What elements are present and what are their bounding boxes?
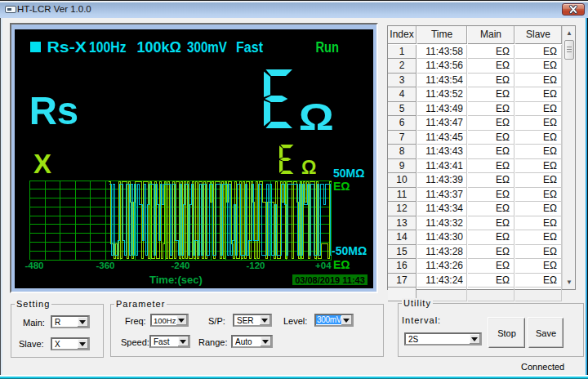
- svg-text:-240: -240: [171, 261, 189, 270]
- svg-text:-120: -120: [246, 261, 265, 270]
- svg-text:Time:(sec): Time:(sec): [149, 274, 203, 286]
- svg-text:Ω: Ω: [301, 157, 316, 178]
- svg-text:EΩ: EΩ: [333, 180, 350, 193]
- svg-text:100Hz: 100Hz: [89, 39, 127, 56]
- svg-text:Run: Run: [316, 39, 340, 56]
- svg-text:Ω: Ω: [299, 95, 334, 138]
- svg-text:100kΩ: 100kΩ: [137, 39, 182, 56]
- svg-text:03/08/2019 11:43: 03/08/2019 11:43: [295, 275, 365, 285]
- svg-text:-50MΩ: -50MΩ: [332, 244, 367, 257]
- svg-text:Rs-X: Rs-X: [47, 39, 87, 56]
- svg-text:Rs: Rs: [29, 88, 78, 132]
- svg-text:300mV: 300mV: [187, 39, 227, 56]
- svg-text:-360: -360: [96, 261, 114, 270]
- svg-text:50MΩ: 50MΩ: [333, 167, 364, 180]
- svg-text:Fast: Fast: [236, 39, 263, 56]
- svg-text:EΩ: EΩ: [333, 258, 350, 271]
- svg-text:+04: +04: [315, 261, 332, 270]
- svg-text:-480: -480: [24, 261, 43, 270]
- svg-text:X: X: [33, 148, 51, 179]
